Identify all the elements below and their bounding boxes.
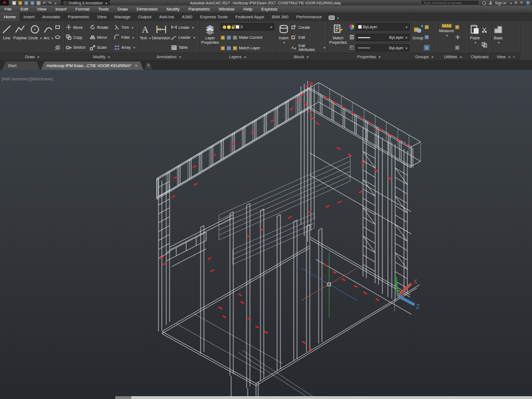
help-icon[interactable]: ? <box>526 1 530 5</box>
menu-tools[interactable]: Tools <box>94 6 113 13</box>
stretch-button[interactable]: Stretch <box>66 44 89 51</box>
array-button[interactable]: Array ▾ <box>114 44 137 51</box>
linetype-list-icon[interactable] <box>349 45 355 50</box>
measure-button[interactable]: Measure▾ <box>439 22 454 53</box>
trim-button[interactable]: Trim ▾ <box>114 24 137 31</box>
arc-button[interactable]: Arc ▾ <box>43 22 54 53</box>
menu-window[interactable]: Window <box>214 6 239 13</box>
tab-active-drawing[interactable]: Horticoop IPM Esse...CTIE VOOR KEURING* … <box>41 62 144 70</box>
group-button[interactable]: ✦ Group <box>412 22 423 53</box>
tab-insert[interactable]: Insert <box>19 13 38 21</box>
ribbon-minimize-button[interactable]: ▾ <box>329 16 339 21</box>
tab-featured-apps[interactable]: Featured Apps <box>232 13 268 21</box>
dimension-button[interactable]: Dimension <box>152 22 170 53</box>
tab-output[interactable]: Output <box>134 13 155 21</box>
tab-manage[interactable]: Manage <box>110 13 134 21</box>
menu-edit[interactable]: Edit <box>16 6 33 13</box>
line-button[interactable]: Line <box>1 22 12 53</box>
panel-label-utilities[interactable]: Utilities▾ <box>438 53 468 60</box>
quick-calc-icon[interactable] <box>455 45 459 50</box>
object-color-dropdown[interactable]: ByLayer ▾ <box>356 23 410 30</box>
quick-select-icon[interactable] <box>455 25 459 29</box>
menu-dimension[interactable]: Dimension <box>132 6 162 13</box>
sign-in-link[interactable]: Sign In <box>495 1 506 5</box>
leader-button[interactable]: Leader ▾ <box>171 34 195 41</box>
new-drawing-button[interactable]: + <box>145 63 152 69</box>
tab-express-tools[interactable]: Express Tools <box>196 13 232 21</box>
group-selection-icon[interactable] <box>424 45 429 50</box>
menu-insert[interactable]: Insert <box>51 6 71 13</box>
panel-label-layers[interactable]: Layers▾ <box>200 53 275 60</box>
paste-button[interactable]: Paste▾ <box>469 22 480 53</box>
exchange-apps-icon[interactable]: ✕ <box>520 1 523 5</box>
tab-view[interactable]: View <box>93 13 110 21</box>
base-button[interactable]: Base▾ <box>493 22 504 53</box>
menu-view[interactable]: View <box>33 6 51 13</box>
lineweight-dropdown[interactable]: ByLayer ▾ <box>356 34 410 41</box>
menu-help[interactable]: Help <box>239 6 257 13</box>
copy-button[interactable]: Copy <box>66 34 89 41</box>
cut-icon[interactable] <box>482 27 487 33</box>
ungroup-icon[interactable] <box>424 25 429 29</box>
save-icon[interactable] <box>24 1 28 5</box>
panel-label-properties[interactable]: Properties▾ <box>327 53 411 60</box>
tab-performance[interactable]: Performance <box>293 13 326 21</box>
scrollbar-button[interactable] <box>115 396 131 399</box>
ellipse-icon[interactable] <box>55 34 60 40</box>
copy-clip-icon[interactable] <box>482 42 487 48</box>
tab-home[interactable]: Home <box>0 13 19 21</box>
model-space-canvas[interactable]: [NW Isometric][Wireframe] <box>0 70 532 399</box>
match-layer-button[interactable]: Match Layer <box>221 44 274 52</box>
tab-addins[interactable]: Add-ins <box>155 13 178 21</box>
search-icon[interactable] <box>482 1 486 5</box>
a360-icon[interactable]: A <box>514 1 517 5</box>
open-file-icon[interactable] <box>18 1 22 5</box>
panel-label-annotation[interactable]: Annotation▾ <box>139 53 199 60</box>
panel-label-clipboard[interactable]: Clipboard <box>468 53 491 60</box>
menu-parametric[interactable]: Parametric <box>184 6 214 13</box>
insert-button[interactable]: Insert ▾ <box>277 22 290 53</box>
tab-a360[interactable]: A360 <box>178 13 196 21</box>
undo-icon[interactable]: ↶ <box>43 1 46 5</box>
panel-label-block[interactable]: Block▾ <box>276 53 326 60</box>
new-file-icon[interactable] <box>12 1 16 5</box>
circle-button[interactable]: Circle ▾ <box>28 22 42 53</box>
tab-bim360[interactable]: BIM 360 <box>268 13 293 21</box>
qat-customize-icon[interactable]: ▾ <box>55 1 57 5</box>
match-properties-button[interactable]: Match Properties <box>328 22 348 53</box>
move-button[interactable]: Move <box>66 24 89 31</box>
panel-label-view[interactable]: View▾» <box>492 53 520 60</box>
text-button[interactable]: A Text ▾ <box>140 22 151 53</box>
search-input[interactable] <box>422 1 478 6</box>
panel-label-modify[interactable]: Modify▾ <box>65 53 138 60</box>
lineweight-icon[interactable] <box>349 34 355 40</box>
workspace-switcher[interactable]: Drafting & Annotation ▾ <box>61 0 110 6</box>
redo-icon[interactable]: ↷ <box>48 1 52 5</box>
hatch-icon[interactable] <box>55 45 60 50</box>
menu-modify[interactable]: Modify <box>162 6 184 13</box>
scrollbar-track[interactable] <box>131 396 532 399</box>
tab-parametric[interactable]: Parametric <box>64 13 93 21</box>
menu-format[interactable]: Format <box>71 6 94 13</box>
save-as-icon[interactable] <box>30 1 34 5</box>
sign-in-chevron-icon[interactable]: ▾ <box>510 1 511 5</box>
create-block-button[interactable]: Create <box>291 24 325 31</box>
id-point-icon[interactable] <box>455 34 461 40</box>
layer-properties-button[interactable]: Layer Properties <box>201 22 219 53</box>
panel-label-groups[interactable]: Groups▾ <box>411 53 437 60</box>
panel-label-draw[interactable]: Draw▾ <box>0 53 64 60</box>
mirror-button[interactable]: Mirror <box>90 34 113 41</box>
rectangle-icon[interactable] <box>55 24 60 30</box>
polyline-button[interactable]: Polyline <box>13 22 27 53</box>
linear-button[interactable]: Linear ▾ <box>171 24 195 31</box>
autocad-logo-icon[interactable]: A <box>0 0 9 6</box>
menu-file[interactable]: File <box>0 6 16 13</box>
menu-draw[interactable]: Draw <box>113 6 132 13</box>
menu-express[interactable]: Express <box>257 6 282 13</box>
tab-annotate[interactable]: Annotate <box>38 13 64 21</box>
edit-block-button[interactable]: Edit <box>291 34 325 41</box>
plot-icon[interactable] <box>37 1 40 5</box>
rotate-button[interactable]: Rotate <box>90 24 113 31</box>
horizontal-scrollbar[interactable] <box>0 396 532 399</box>
make-current-button[interactable]: Make Current <box>221 34 274 41</box>
